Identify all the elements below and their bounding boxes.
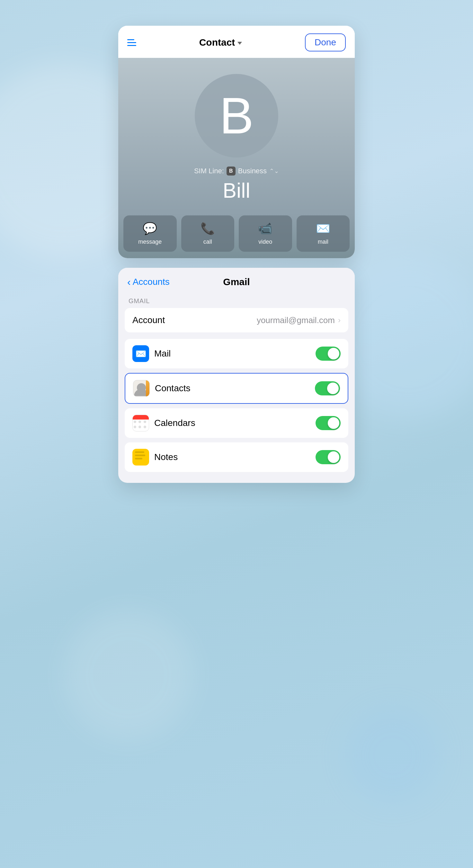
- phone-container: Contact Done B SIM Line: B Business ⌃⌄ B…: [118, 26, 355, 483]
- sim-chevrons-icon: ⌃⌄: [269, 167, 279, 175]
- mail-button[interactable]: ✉️ mail: [296, 215, 350, 252]
- sim-line-label: SIM Line:: [194, 167, 224, 175]
- calendar-grid: [133, 420, 149, 431]
- bg-decoration-3: [64, 611, 193, 739]
- contact-title: Contact: [199, 37, 235, 48]
- notes-toggle-label: Notes: [154, 452, 178, 462]
- mail-icon: ✉️: [316, 222, 330, 235]
- notes-toggle-left: Notes: [132, 449, 178, 465]
- mail-envelope-icon: ✉️: [135, 348, 147, 359]
- row-chevron-icon: ›: [338, 316, 341, 325]
- gmail-settings-card: ‹ Accounts Gmail GMAIL Account yourmail@…: [118, 268, 355, 483]
- calendar-dot: [144, 421, 146, 423]
- call-icon: 📞: [200, 222, 215, 235]
- menu-line-2: [127, 42, 136, 43]
- mail-toggle-row: ✉️ Mail: [125, 339, 348, 368]
- contacts-highlighted-wrapper: Contacts: [125, 373, 348, 404]
- account-row-right: yourmail@gmail.com ›: [257, 315, 341, 326]
- calendars-toggle-switch[interactable]: [316, 416, 341, 430]
- contacts-toggle-left: Contacts: [133, 380, 191, 397]
- contact-title-area: Contact: [199, 37, 242, 48]
- accounts-label: Accounts: [133, 277, 170, 287]
- sim-business-label: Business: [238, 167, 267, 175]
- contacts-toggle-switch[interactable]: [315, 381, 340, 396]
- done-button[interactable]: Done: [305, 33, 346, 52]
- bg-decoration-4: [344, 707, 441, 804]
- menu-line-3: [127, 45, 136, 46]
- gmail-page-title: Gmail: [223, 277, 250, 287]
- menu-icon[interactable]: [127, 39, 136, 46]
- calendars-toggle-row: Calendars: [125, 408, 348, 438]
- notes-app-icon: [132, 449, 149, 465]
- calendars-toggle-label: Calendars: [154, 418, 195, 428]
- account-row-label: Account: [132, 315, 165, 326]
- sim-line: SIM Line: B Business ⌃⌄: [194, 166, 279, 176]
- message-icon: 💬: [143, 222, 157, 235]
- message-label: message: [138, 239, 162, 245]
- message-button[interactable]: 💬 message: [123, 215, 177, 252]
- mail-toggle-switch[interactable]: [316, 346, 341, 361]
- calendar-app-icon: [132, 415, 149, 431]
- back-chevron-icon: ‹: [127, 277, 131, 287]
- calendar-dot: [138, 426, 141, 428]
- contacts-toggle-row: Contacts: [125, 373, 348, 404]
- avatar-section: B SIM Line: B Business ⌃⌄ Bill: [118, 58, 355, 215]
- mail-app-icon: ✉️: [132, 345, 149, 362]
- notes-toggle-switch[interactable]: [316, 450, 341, 464]
- notes-line-2: [135, 455, 145, 456]
- notes-toggle-group: Notes: [125, 442, 348, 472]
- account-settings-group: Account yourmail@gmail.com ›: [125, 308, 348, 333]
- notes-line-3: [135, 458, 143, 459]
- video-button[interactable]: 📹 video: [239, 215, 292, 252]
- calendar-dot: [134, 421, 136, 423]
- contacts-toggle-label: Contacts: [155, 383, 191, 394]
- contact-name: Bill: [223, 179, 250, 203]
- video-icon: 📹: [258, 222, 273, 235]
- call-label: call: [203, 239, 212, 245]
- calendar-dot: [138, 421, 141, 423]
- video-label: video: [258, 239, 272, 245]
- accounts-back-button[interactable]: ‹ Accounts: [127, 277, 170, 287]
- mail-label: mail: [318, 239, 328, 245]
- mail-toggle-group: ✉️ Mail: [125, 339, 348, 368]
- mail-toggle-label: Mail: [154, 348, 170, 359]
- account-row[interactable]: Account yourmail@gmail.com ›: [125, 308, 348, 333]
- sim-badge: B: [226, 166, 235, 176]
- contact-card: Contact Done B SIM Line: B Business ⌃⌄ B…: [118, 26, 355, 258]
- calendars-toggle-group: Calendars: [125, 408, 348, 438]
- chevron-down-icon[interactable]: [238, 42, 242, 45]
- gmail-section-label: GMAIL: [118, 298, 355, 305]
- calendar-dot: [144, 426, 146, 428]
- avatar-circle: B: [195, 74, 278, 157]
- notes-toggle-row: Notes: [125, 442, 348, 472]
- menu-line-1: [127, 39, 134, 40]
- account-email-value: yourmail@gmail.com: [257, 315, 335, 326]
- notes-line-1: [135, 452, 144, 453]
- calendar-red-bar: [133, 415, 149, 420]
- contacts-app-icon: [133, 380, 150, 397]
- calendars-toggle-left: Calendars: [132, 415, 195, 431]
- call-button[interactable]: 📞 call: [181, 215, 234, 252]
- mail-toggle-left: ✉️ Mail: [132, 345, 170, 362]
- avatar-letter: B: [219, 90, 254, 142]
- contact-header: Contact Done: [118, 26, 355, 58]
- gmail-header: ‹ Accounts Gmail: [118, 268, 355, 295]
- action-buttons: 💬 message 📞 call 📹 video ✉️ mail: [118, 215, 355, 258]
- calendar-dot: [134, 426, 136, 428]
